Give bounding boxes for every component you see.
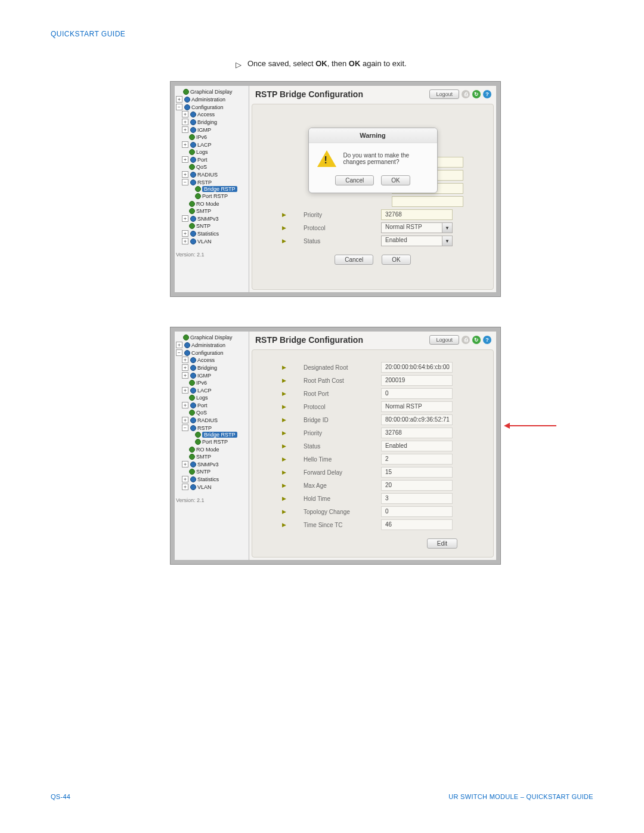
screenshot-1: Graphical Display +Administration −Confi…	[170, 81, 501, 297]
tree-bridging[interactable]: Bridging	[197, 119, 217, 125]
label-priority: Priority	[304, 430, 363, 436]
tree-administration[interactable]: Administration	[191, 97, 225, 103]
refresh-icon[interactable]: ↻	[472, 336, 481, 344]
value-status: Enabled	[381, 441, 453, 451]
ok-button[interactable]: OK	[382, 255, 410, 265]
tree-snmpv3[interactable]: SNMPv3	[197, 462, 219, 467]
tree-igmp[interactable]: IGMP	[197, 127, 211, 133]
tree-igmp[interactable]: IGMP	[197, 373, 211, 379]
tree-graphical-display[interactable]: Graphical Display	[190, 89, 233, 95]
tree-ipv6[interactable]: IPv6	[196, 134, 207, 140]
select-protocol-value: Normal RSTP	[382, 223, 442, 233]
label-protocol: Protocol	[304, 404, 363, 410]
value-priority: 32768	[381, 428, 453, 438]
value-protocol: Normal RSTP	[381, 401, 453, 412]
tree-port[interactable]: Port	[197, 157, 208, 163]
label-forward-delay: Forward Delay	[304, 469, 363, 476]
chevron-down-icon[interactable]: ▼	[442, 223, 452, 233]
select-status[interactable]: Enabled ▼	[381, 236, 453, 246]
tree-vlan[interactable]: VLAN	[197, 239, 212, 244]
tree-lacp[interactable]: LACP	[197, 142, 212, 148]
tree-bridge-rstp[interactable]: Bridge RSTP	[202, 432, 237, 438]
print-icon[interactable]: ⎙	[462, 90, 470, 98]
tree-logs[interactable]: Logs	[196, 395, 208, 401]
label-priority: Priority	[304, 212, 363, 218]
value-hello-time: 2	[381, 454, 453, 465]
tree-rstp[interactable]: RSTP	[197, 425, 212, 431]
tree-lacp[interactable]: LACP	[197, 388, 212, 394]
instr-ok1: OK	[315, 59, 327, 68]
label-topology-change: Topology Change	[304, 509, 363, 515]
tree-smtp[interactable]: SMTP	[196, 208, 211, 214]
logout-button[interactable]: Logout	[429, 335, 459, 345]
blank-value	[392, 170, 463, 181]
refresh-icon[interactable]: ↻	[472, 90, 481, 98]
logout-button[interactable]: Logout	[429, 89, 459, 99]
label-hello-time: Hello Time	[304, 456, 363, 463]
version-label: Version: 2.1	[176, 252, 247, 258]
tree-qos[interactable]: QoS	[196, 410, 207, 416]
panel-title: RSTP Bridge Configuration	[255, 89, 363, 99]
tree-bridge-rstp[interactable]: Bridge RSTP	[202, 186, 237, 192]
value-root-port: 0	[381, 388, 453, 399]
tree-ipv6[interactable]: IPv6	[196, 380, 207, 386]
tree-administration[interactable]: Administration	[191, 342, 225, 348]
tree-graphical-display[interactable]: Graphical Display	[190, 335, 233, 340]
tree-statistics[interactable]: Statistics	[197, 476, 219, 482]
tree-statistics[interactable]: Statistics	[197, 231, 219, 237]
tree-logs[interactable]: Logs	[196, 149, 208, 155]
help-icon[interactable]: ?	[483, 336, 491, 344]
tree-radius[interactable]: RADIUS	[197, 417, 218, 423]
tree-ro-mode[interactable]: RO Mode	[196, 201, 219, 207]
label-designated-root: Designated Root	[304, 364, 363, 371]
tree-ro-mode[interactable]: RO Mode	[196, 447, 219, 453]
value-max-age: 20	[381, 480, 453, 491]
instr-text: Once saved, select	[247, 59, 315, 68]
tree-port[interactable]: Port	[197, 402, 208, 408]
cancel-button[interactable]: Cancel	[335, 255, 373, 265]
tree-configuration[interactable]: Configuration	[191, 104, 224, 110]
label-bridge-id: Bridge ID	[304, 417, 363, 423]
tree-access[interactable]: Access	[197, 357, 215, 363]
tree-smtp[interactable]: SMTP	[196, 454, 211, 460]
tree-bridging[interactable]: Bridging	[197, 365, 217, 371]
value-topology-change: 0	[381, 506, 453, 517]
footer-title: UR SWITCH MODULE – QUICKSTART GUIDE	[448, 793, 593, 800]
instr-text: again to exit.	[360, 59, 406, 68]
tree-qos[interactable]: QoS	[196, 164, 207, 170]
tree-sntp[interactable]: SNTP	[196, 469, 210, 475]
tree-radius[interactable]: RADIUS	[197, 172, 218, 178]
tree-configuration[interactable]: Configuration	[191, 350, 224, 356]
label-root-port: Root Port	[304, 391, 363, 397]
tree-access[interactable]: Access	[197, 112, 215, 117]
select-protocol[interactable]: Normal RSTP ▼	[381, 222, 453, 233]
instr-ok2: OK	[349, 59, 361, 68]
footer-page: QS-44	[51, 793, 70, 800]
chevron-down-icon[interactable]: ▼	[442, 236, 452, 246]
label-status: Status	[304, 443, 363, 450]
label-time-since-tc: Time Since TC	[304, 522, 363, 528]
edit-button[interactable]: Edit	[427, 538, 457, 549]
label-protocol: Protocol	[304, 225, 363, 231]
help-icon[interactable]: ?	[483, 90, 491, 98]
label-hold-time: Hold Time	[304, 496, 363, 502]
tree-sntp[interactable]: SNTP	[196, 223, 210, 229]
instr-text: , then	[327, 59, 349, 68]
partial-value: 0:00:00:00	[392, 157, 463, 168]
tree-snmpv3[interactable]: SNMPv3	[197, 216, 219, 222]
label-root-path-cost: Root Path Cost	[304, 377, 363, 384]
print-icon[interactable]: ⎙	[462, 336, 470, 344]
page-header: QUICKSTART GUIDE	[51, 30, 593, 38]
tree-port-rstp[interactable]: Port RSTP	[202, 193, 228, 199]
value-designated-root: 20:00:00:b0:64:b6:cb:00	[381, 362, 453, 373]
value-forward-delay: 15	[381, 467, 453, 478]
screenshot-2: Graphical Display +Administration −Confi…	[170, 327, 501, 565]
value-priority[interactable]: 32768	[381, 209, 453, 220]
nav-tree: Graphical Display +Administration −Confi…	[175, 332, 249, 560]
select-status-value: Enabled	[382, 236, 442, 246]
tree-vlan[interactable]: VLAN	[197, 484, 212, 490]
tree-rstp[interactable]: RSTP	[197, 179, 212, 185]
label-max-age: Max Age	[304, 482, 363, 489]
label-status: Status	[304, 238, 363, 244]
tree-port-rstp[interactable]: Port RSTP	[202, 439, 228, 445]
